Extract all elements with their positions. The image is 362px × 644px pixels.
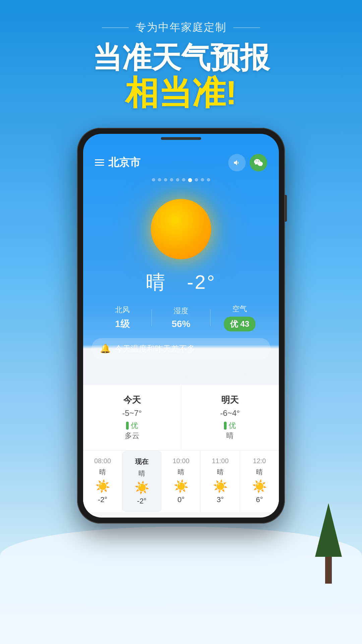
side-button bbox=[285, 195, 287, 222]
humidity-stat: 湿度 56% bbox=[152, 306, 210, 329]
time-0800: 08:00 bbox=[86, 457, 119, 465]
air-label: 空气 bbox=[210, 304, 269, 314]
hourly-now: 现在 晴 ☀️ -2° bbox=[122, 450, 162, 512]
sun-icon bbox=[151, 199, 211, 259]
title-line1: 当准天气预报 bbox=[0, 42, 362, 74]
dot-2 bbox=[158, 178, 161, 181]
cond-1000: 晴 bbox=[164, 468, 198, 477]
dot-4 bbox=[170, 178, 173, 181]
dot-1 bbox=[152, 178, 155, 181]
location-area: 北京市 bbox=[95, 155, 140, 170]
app-header: 北京市 bbox=[83, 134, 279, 176]
stats-row: 北风 1级 湿度 56% 空气 优 43 bbox=[93, 304, 269, 331]
today-condition: 多云 bbox=[88, 431, 176, 441]
wind-value: 1级 bbox=[93, 318, 152, 330]
dot-5 bbox=[176, 178, 179, 181]
cond-1100: 晴 bbox=[203, 468, 237, 477]
temp-now: -2° bbox=[125, 497, 159, 505]
alert-bar: 🔔 今天温度和昨天差不多 bbox=[92, 338, 270, 360]
today-air: 优 bbox=[88, 421, 176, 431]
hourly-1200: 12:0 晴 ☀️ 6° bbox=[240, 450, 279, 512]
title-line2: 相当准! bbox=[0, 74, 362, 111]
phone-container: 北京市 bbox=[0, 128, 362, 524]
tomorrow-air-value: 优 bbox=[229, 421, 236, 431]
hourly-0800: 08:00 晴 ☀️ -2° bbox=[83, 450, 122, 512]
temp-1000: 0° bbox=[164, 495, 198, 504]
temp-0800: -2° bbox=[86, 495, 119, 504]
dot-3 bbox=[164, 178, 167, 181]
air-value: 优 43 bbox=[210, 317, 269, 331]
daily-forecast: 今天 -5~7° 优 多云 明天 -6~4° 优 bbox=[83, 385, 279, 450]
tomorrow-air: 优 bbox=[186, 421, 274, 431]
today-temp: -5~7° bbox=[88, 409, 176, 418]
tomorrow-temp: -6~4° bbox=[186, 409, 274, 418]
cond-1200: 晴 bbox=[243, 468, 276, 477]
hourly-1100: 11:00 晴 ☀️ 3° bbox=[201, 450, 240, 512]
today-label: 今天 bbox=[88, 394, 176, 406]
wind-stat: 北风 1级 bbox=[93, 305, 152, 330]
dot-6 bbox=[182, 178, 185, 181]
air-dot bbox=[126, 422, 129, 430]
dot-8 bbox=[195, 178, 198, 181]
weather-condition: 晴 bbox=[146, 271, 167, 293]
wave-divider bbox=[83, 365, 279, 385]
sun-1000: ☀️ bbox=[164, 479, 198, 493]
sun-container bbox=[83, 189, 279, 266]
hourly-forecast: 08:00 晴 ☀️ -2° 现在 晴 ☀️ -2° 10:00 晴 ☀ bbox=[83, 450, 279, 512]
phone-frame: 北京市 bbox=[77, 128, 285, 524]
hourly-1000: 10:00 晴 ☀️ 0° bbox=[162, 450, 201, 512]
menu-icon[interactable] bbox=[95, 159, 104, 166]
wechat-button[interactable] bbox=[250, 154, 267, 171]
bottom-section: 今天 -5~7° 优 多云 明天 -6~4° 优 bbox=[83, 385, 279, 512]
humidity-label: 湿度 bbox=[152, 306, 210, 316]
dot-7-active bbox=[188, 178, 192, 182]
time-1100: 11:00 bbox=[203, 457, 237, 465]
sun-1200: ☀️ bbox=[243, 479, 276, 493]
subtitle-text: 专为中年家庭定制 bbox=[135, 20, 227, 35]
time-1000: 10:00 bbox=[164, 457, 198, 465]
wind-label: 北风 bbox=[93, 305, 152, 315]
header-section: 专为中年家庭定制 当准天气预报 相当准! bbox=[0, 0, 362, 111]
alert-text: 今天温度和昨天差不多 bbox=[115, 343, 195, 354]
dot-9 bbox=[201, 178, 204, 181]
bell-icon: 🔔 bbox=[100, 343, 111, 354]
weather-temperature: -2° bbox=[187, 271, 216, 293]
humidity-value: 56% bbox=[152, 319, 210, 329]
sun-now: ☀️ bbox=[125, 481, 159, 495]
phone-speaker bbox=[161, 137, 201, 140]
weather-main: 晴 -2° bbox=[83, 269, 279, 296]
phone-screen: 北京市 bbox=[83, 134, 279, 518]
temp-1200: 6° bbox=[243, 495, 276, 504]
tomorrow-air-dot bbox=[224, 422, 227, 430]
time-now: 现在 bbox=[125, 457, 159, 466]
temp-1100: 3° bbox=[203, 495, 237, 504]
header-icons bbox=[228, 154, 267, 171]
cond-0800: 晴 bbox=[86, 468, 119, 477]
air-stat: 空气 优 43 bbox=[210, 304, 269, 331]
tomorrow-condition: 晴 bbox=[186, 431, 274, 441]
daily-item-tomorrow: 明天 -6~4° 优 晴 bbox=[181, 385, 279, 450]
sun-0800: ☀️ bbox=[86, 479, 119, 493]
dot-10 bbox=[207, 178, 210, 181]
air-badge: 优 43 bbox=[224, 317, 255, 331]
volume-button[interactable] bbox=[228, 154, 246, 171]
location-name: 北京市 bbox=[108, 155, 140, 170]
subtitle-line: 专为中年家庭定制 bbox=[0, 20, 362, 35]
page-dots bbox=[83, 176, 279, 189]
sun-1100: ☀️ bbox=[203, 479, 237, 493]
today-air-value: 优 bbox=[131, 421, 138, 431]
cond-now: 晴 bbox=[125, 469, 159, 478]
time-1200: 12:0 bbox=[243, 457, 276, 465]
tomorrow-label: 明天 bbox=[186, 394, 274, 406]
daily-item-today: 今天 -5~7° 优 多云 bbox=[83, 385, 181, 450]
